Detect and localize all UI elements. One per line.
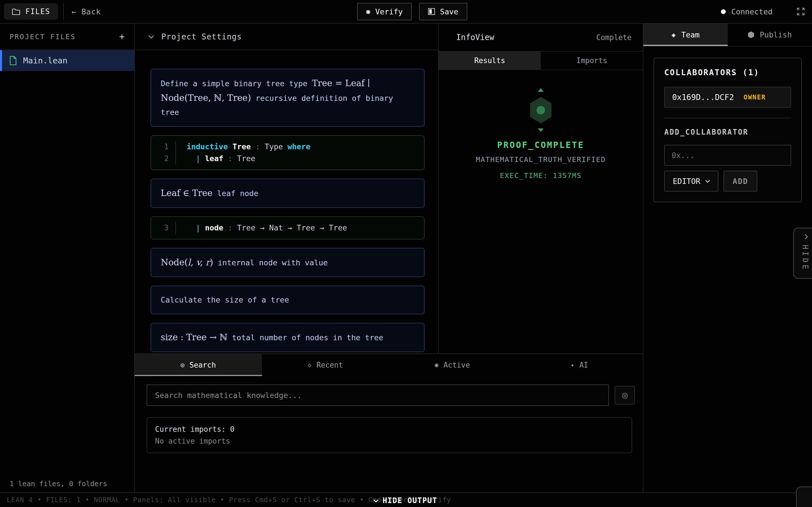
infoview-result: PROOF_COMPLETE MATHEMATICAL_TRUTH_VERIFI… <box>439 70 643 180</box>
tab-label: Publish <box>760 31 792 39</box>
infoview-panel: InfoView Complete ResultsImports PROOF_C… <box>439 24 644 353</box>
infoview-title: InfoView <box>456 33 494 42</box>
collaborators-box: COLLABORATORS (1) 0x169D...DCF2 OWNER AD… <box>654 58 802 202</box>
tab-imports[interactable]: Imports <box>541 52 643 69</box>
doc-block: size : Tree → ℕ total number of nodes in… <box>151 323 424 352</box>
save-button[interactable]: Save <box>419 3 467 20</box>
chevron-down-icon <box>148 33 154 39</box>
verify-icon: ◉ <box>366 8 370 15</box>
collaborator-row[interactable]: 0x169D...DCF2 OWNER <box>664 87 791 108</box>
hide-panel-handle[interactable]: HIDE <box>793 228 812 279</box>
add-collaborator-button[interactable]: ADD <box>723 171 757 191</box>
code-line: inductive Tree : Type where <box>187 141 310 153</box>
tab-recent[interactable]: ◇Recent <box>262 354 389 376</box>
lean-file-icon <box>9 56 17 65</box>
owner-badge: OWNER <box>744 94 766 101</box>
doc-block: Calculate the size of a tree <box>151 286 424 314</box>
proof-exec-time: EXEC_TIME: 1357MS <box>439 172 643 180</box>
proof-hexagon-icon <box>527 88 555 132</box>
search-target-icon: ◎ <box>622 391 628 399</box>
tab-label: Team <box>681 31 700 39</box>
code-line: | leaf : Tree <box>187 153 310 165</box>
doc-block: Define a simple binary tree type Tree = … <box>151 69 424 127</box>
folder-icon <box>12 8 20 15</box>
search-tab-icon: ◎ <box>181 362 185 368</box>
tab-ai[interactable]: ✦AI <box>516 354 643 376</box>
active-tab-icon: ◉ <box>435 362 439 368</box>
imports-empty-message: No active imports <box>155 437 624 445</box>
sidebar-footer: 1 lean files, 0 folders <box>10 480 107 488</box>
connection-status: Connected <box>721 7 772 16</box>
collaborator-address: 0x169D...DCF2 <box>672 93 734 102</box>
code-block[interactable]: 12inductive Tree : Type where | leaf : T… <box>151 135 424 170</box>
editor-title: Project Settings <box>161 32 242 41</box>
code-block[interactable]: 3 | node : Tree → Nat → Tree → Tree <box>151 216 424 239</box>
hide-panel-label: HIDE <box>801 245 809 272</box>
top-bar-center: ◉ Verify Save <box>357 3 467 20</box>
tab-label: AI <box>579 361 588 369</box>
team-tabs: ◈TeamPublish <box>644 24 812 47</box>
infoview-header: InfoView Complete <box>439 24 643 52</box>
app-window: FILES ← Back ◉ Verify Save Connected <box>0 0 812 507</box>
proof-status: PROOF_COMPLETE <box>439 140 643 150</box>
top-bar-right: Connected <box>721 0 812 23</box>
connected-dot-icon <box>721 9 726 14</box>
divider <box>664 118 791 118</box>
add-collaborator-title: ADD_COLLABORATOR <box>664 128 791 136</box>
back-button[interactable]: ← Back <box>64 7 109 16</box>
collaborator-address-input[interactable] <box>664 145 791 166</box>
chevron-right-icon <box>803 234 808 239</box>
bottom-tabs: ◎Search◇Recent◉Active✦AI <box>135 354 643 376</box>
verify-button[interactable]: ◉ Verify <box>357 3 412 20</box>
files-label: FILES <box>26 7 50 16</box>
project-files-title: PROJECT FILES <box>10 33 76 41</box>
role-select-value: EDITOR <box>673 177 700 186</box>
file-item[interactable]: Main.lean <box>0 50 134 71</box>
editor-content[interactable]: Define a simple binary tree type Tree = … <box>135 51 438 353</box>
code-line: | node : Tree → Nat → Tree → Tree <box>187 222 347 234</box>
tab-publish[interactable]: Publish <box>728 24 812 46</box>
tab-team[interactable]: ◈Team <box>644 24 728 46</box>
ai-tab-icon: ✦ <box>570 362 574 368</box>
tab-search[interactable]: ◎Search <box>135 354 262 376</box>
search-input[interactable] <box>147 385 609 406</box>
tab-label: Recent <box>316 361 343 369</box>
hide-output-button[interactable]: HIDE OUTPUT <box>375 496 437 505</box>
fullscreen-icon[interactable] <box>796 6 806 17</box>
doc-block: Leaf ∈ Tree leaf node <box>151 179 424 208</box>
hide-output-label: HIDE OUTPUT <box>383 496 437 505</box>
line-numbers: 3 <box>151 222 176 234</box>
tab-results[interactable]: Results <box>439 52 541 69</box>
search-row: ◎ <box>147 385 635 406</box>
files-button[interactable]: FILES <box>4 3 58 20</box>
top-bar: FILES ← Back ◉ Verify Save Connected <box>0 0 812 24</box>
sidebar: PROJECT FILES + Main.lean 1 lean files, … <box>0 24 135 492</box>
add-collaborator-actions: EDITOR ADD <box>664 171 791 191</box>
hexagon-icon <box>748 32 754 38</box>
search-button[interactable]: ◎ <box>615 386 635 404</box>
recent-tab-icon: ◇ <box>308 362 311 368</box>
save-label: Save <box>440 7 458 16</box>
team-panel: ◈TeamPublish COLLABORATORS (1) 0x169D...… <box>644 24 812 492</box>
role-select[interactable]: EDITOR <box>664 171 718 191</box>
sidebar-header: PROJECT FILES + <box>0 24 134 50</box>
line-numbers: 12 <box>151 141 176 165</box>
code-lines: | node : Tree → Nat → Tree → Tree <box>176 222 347 234</box>
collaborators-title: COLLABORATORS (1) <box>664 68 791 77</box>
add-file-button[interactable]: + <box>119 31 124 42</box>
imports-count: Current imports: 0 <box>155 425 624 434</box>
doc-block: Node(l, v, r) internal node with value <box>151 248 424 277</box>
connected-label: Connected <box>731 7 772 16</box>
tab-label: Search <box>190 361 216 369</box>
editor-header[interactable]: Project Settings <box>135 24 438 50</box>
code-lines: inductive Tree : Type where | leaf : Tre… <box>176 141 310 165</box>
file-list: Main.lean <box>0 50 134 71</box>
corner-panel-handle[interactable] <box>796 487 812 507</box>
infoview-tabs: ResultsImports <box>439 52 643 70</box>
tab-active[interactable]: ◉Active <box>389 354 516 376</box>
file-name: Main.lean <box>23 56 67 65</box>
verify-label: Verify <box>375 7 403 16</box>
save-icon <box>428 8 435 15</box>
bottom-panel: ◎Search◇Recent◉Active✦AI ◎ Current impor… <box>135 353 644 492</box>
chevron-down-icon <box>705 178 710 183</box>
